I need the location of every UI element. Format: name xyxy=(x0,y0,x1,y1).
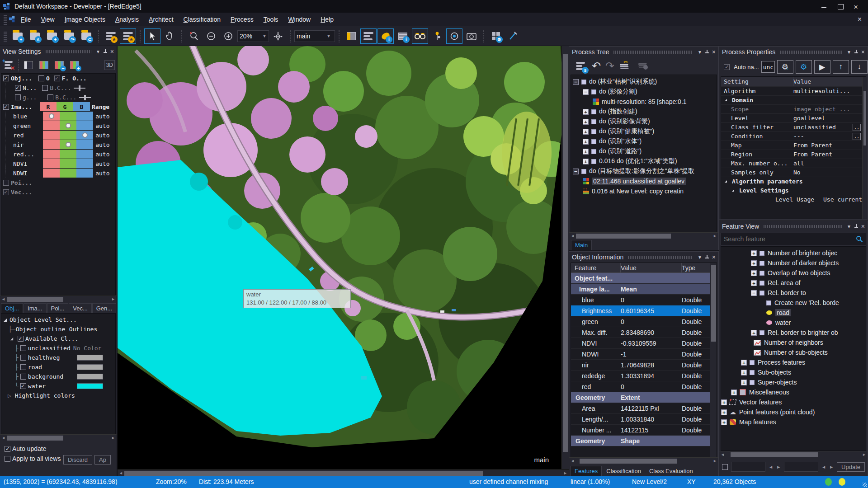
range-value[interactable]: auto xyxy=(93,122,115,129)
save-ruleset-icon[interactable]: s xyxy=(574,60,587,72)
class-row[interactable]: ├ healthveg xyxy=(1,353,115,362)
table-row[interactable]: red0Double xyxy=(571,381,710,392)
tree-item[interactable]: ├─ Object outline Outlines xyxy=(1,324,115,334)
expand-icon[interactable]: + xyxy=(751,270,757,276)
pixel-view-icon[interactable]: i xyxy=(377,28,394,44)
feature-item[interactable]: +Map features xyxy=(721,417,866,427)
minimize-button[interactable] xyxy=(821,4,827,9)
close-icon[interactable]: × xyxy=(110,48,114,55)
single-layer-view-icon[interactable] xyxy=(360,28,377,44)
expand-icon[interactable]: + xyxy=(583,149,589,155)
section-row[interactable]: GeometryExtent xyxy=(571,392,710,403)
property-row[interactable]: Max. number o...all xyxy=(721,159,862,168)
process-row[interactable]: + 0.016 do (优化1:“水域”类型) xyxy=(573,156,717,166)
menu-view[interactable]: View xyxy=(36,14,60,25)
split-view-icon[interactable] xyxy=(343,28,359,44)
class-row[interactable]: ├ background xyxy=(1,372,115,381)
zoom-level-input[interactable] xyxy=(240,33,259,40)
layer-name[interactable]: NDWI xyxy=(13,170,43,177)
pin-icon[interactable] xyxy=(705,50,709,54)
r-cell[interactable] xyxy=(43,112,60,121)
node-tool-icon[interactable] xyxy=(429,28,445,44)
ellipsis-button[interactable]: .. xyxy=(853,133,861,140)
zoom-in-icon[interactable] xyxy=(220,28,236,44)
g-cell[interactable] xyxy=(60,112,76,121)
menu-analysis[interactable]: Analysis xyxy=(110,14,144,25)
g-cell[interactable] xyxy=(60,131,76,140)
b-cell[interactable] xyxy=(76,140,93,150)
tab-general[interactable]: Gen... xyxy=(92,303,116,313)
g-cell[interactable] xyxy=(60,150,76,159)
viewer-vertical-scrollbar[interactable] xyxy=(561,46,569,469)
g-cell[interactable] xyxy=(60,169,76,178)
close-icon[interactable]: × xyxy=(712,49,716,55)
feature-item-selected[interactable]: road xyxy=(721,308,866,318)
property-row[interactable]: MapFrom Parent xyxy=(721,141,862,150)
column-feature[interactable]: Feature xyxy=(571,263,621,272)
next-layer-icon[interactable] xyxy=(68,59,81,71)
process-row-selected[interactable]: 02:11.468 unclassified at goallev xyxy=(573,176,717,186)
column-value[interactable]: Value xyxy=(621,263,682,272)
feature-item[interactable]: +Process features xyxy=(721,357,866,367)
apply-all-views-checkbox[interactable] xyxy=(5,456,10,462)
close-button[interactable] xyxy=(854,4,860,9)
decrement-icon[interactable]: ◄ xyxy=(769,465,773,469)
r-cell[interactable] xyxy=(43,150,60,159)
cursor-icon[interactable] xyxy=(144,28,160,44)
r-cell[interactable] xyxy=(43,140,60,150)
section-row[interactable]: Image la...Mean xyxy=(571,284,710,295)
chevron-down-icon[interactable]: ▼ xyxy=(262,33,267,38)
property-row[interactable]: Level UsageUse current xyxy=(721,195,862,204)
expand-icon[interactable]: + xyxy=(583,159,589,164)
move-up-icon[interactable]: ↑ xyxy=(833,60,849,74)
image-viewport[interactable]: water 131.00 / 122.00 / 17.00 / 88.00 ma… xyxy=(118,46,561,469)
expand-icon[interactable]: + xyxy=(583,119,589,125)
map-viewer-area[interactable]: water 131.00 / 122.00 / 17.00 / 88.00 ma… xyxy=(118,46,569,476)
table-row[interactable]: nir1.70649828Double xyxy=(571,360,710,371)
slider-icon[interactable] xyxy=(79,94,91,101)
process-name-field[interactable] xyxy=(761,61,775,73)
expand-icon[interactable]: + xyxy=(741,370,747,375)
b-cell[interactable] xyxy=(76,121,93,131)
tree-item[interactable]: ▷ Hightlight colors xyxy=(1,391,115,400)
outline-value[interactable]: Outlines xyxy=(69,326,98,333)
layer-name[interactable]: green xyxy=(13,122,43,129)
table-row[interactable]: blue0Double xyxy=(571,295,710,305)
process-row[interactable]: multi-resolution: 85 [shape:0.1 xyxy=(573,97,717,107)
table-row[interactable]: Area14122115 PxlDouble xyxy=(571,403,710,414)
menu-process[interactable]: Process xyxy=(226,14,259,25)
add-image-layer-icon[interactable]: + xyxy=(44,28,60,44)
class-color-swatch[interactable] xyxy=(77,355,103,361)
drag-handle[interactable] xyxy=(613,51,693,54)
execute-icon[interactable]: ▶ xyxy=(814,60,830,74)
property-row[interactable]: Levelgoallevel xyxy=(721,114,862,123)
class-row[interactable]: ├ road xyxy=(1,362,115,372)
chevron-down-icon[interactable]: ▼ xyxy=(847,224,851,229)
class-row[interactable]: └ water xyxy=(1,381,115,391)
create-project-icon[interactable]: + xyxy=(9,28,26,44)
feature-item[interactable]: +Number of darker objects xyxy=(721,258,866,268)
g-cell[interactable] xyxy=(60,159,76,169)
property-row[interactable]: RegionFrom Parent xyxy=(721,150,862,159)
menu-window[interactable]: Window xyxy=(283,14,316,25)
expand-icon[interactable]: + xyxy=(583,129,589,135)
expand-icon[interactable]: + xyxy=(751,260,757,266)
edit-layer-mixing-icon[interactable]: e xyxy=(103,28,119,44)
view-selector-input[interactable] xyxy=(297,33,324,40)
move-down-icon[interactable]: ↓ xyxy=(851,60,868,74)
g-cell[interactable] xyxy=(60,140,76,150)
redo-icon[interactable]: ↷ xyxy=(605,61,614,71)
view-selector[interactable]: ▼ xyxy=(294,30,335,42)
expand-icon[interactable]: + xyxy=(583,109,589,115)
property-row[interactable]: Samples onlyNo xyxy=(721,168,862,177)
open-workspace-icon[interactable]: ⊂ xyxy=(78,28,94,44)
classification-glasses-icon[interactable] xyxy=(412,28,428,44)
vertical-scrollbar[interactable] xyxy=(710,263,717,457)
class-color-swatch[interactable] xyxy=(77,374,103,380)
algorithm-settings-icon[interactable]: ⚙+ xyxy=(777,60,793,74)
collapse-icon[interactable]: − xyxy=(751,290,757,296)
zoom-area-icon[interactable] xyxy=(186,28,202,44)
expand-icon[interactable]: + xyxy=(583,139,589,145)
b-cell[interactable] xyxy=(76,159,93,169)
viewer-horizontal-scrollbar[interactable]: ◄► xyxy=(118,469,569,476)
